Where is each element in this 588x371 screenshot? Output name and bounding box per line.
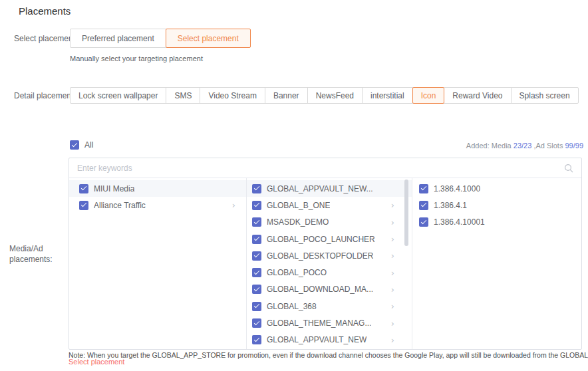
media-cascader-panel: MIUI MediaAlliance Traffic› GLOBAL_APPVA…: [69, 158, 582, 350]
item-checkbox[interactable]: [252, 184, 261, 193]
item-label: GLOBAL_368: [267, 302, 317, 311]
item-checkbox[interactable]: [252, 201, 261, 210]
item-checkbox[interactable]: [252, 251, 261, 261]
cascader-columns: MIUI MediaAlliance Traffic› GLOBAL_APPVA…: [69, 178, 581, 349]
list-item-global-368[interactable]: GLOBAL_368›: [247, 298, 412, 314]
media-placements-label-line1: Media/Ad: [9, 243, 63, 254]
item-label: GLOBAL_POCO: [267, 268, 327, 277]
item-label: GLOBAL_B_ONE: [267, 201, 330, 210]
item-checkbox[interactable]: [419, 217, 428, 227]
search-icon: [564, 164, 573, 173]
detail-tab-video-stream[interactable]: Video Stream: [200, 87, 265, 104]
list-item-global-download-ma[interactable]: GLOBAL_DOWNLOAD_MA...›: [247, 281, 412, 298]
item-label: GLOBAL_POCO_LAUNCHER: [267, 235, 375, 244]
item-checkbox[interactable]: [419, 201, 428, 210]
added-slots-count: 99/99: [565, 142, 583, 150]
detail-placement-label: Detail placement: [14, 91, 73, 100]
detail-tab-lock-screen-wallpaper[interactable]: Lock screen wallpaper: [70, 87, 166, 104]
chevron-right-icon: ›: [391, 336, 394, 344]
added-media-count: 23/23: [514, 142, 532, 150]
item-label: GLOBAL_APPVAULT_NEW: [267, 335, 367, 344]
chevron-right-icon: ›: [391, 269, 394, 277]
select-all-checkbox[interactable]: [70, 140, 79, 150]
chevron-right-icon: ›: [232, 201, 235, 209]
chevron-right-icon: ›: [391, 235, 394, 243]
chevron-right-icon: ›: [391, 319, 394, 328]
cascader-column-apps: GLOBAL_APPVAULT_NEW...GLOBAL_B_ONE›MSASD…: [247, 178, 412, 349]
list-item-alliance-traffic[interactable]: Alliance Traffic›: [69, 197, 246, 213]
item-checkbox[interactable]: [252, 318, 261, 328]
item-label: MSASDK_DEMO: [267, 217, 329, 227]
item-label: GLOBAL_DOWNLOAD_MA...: [267, 285, 373, 294]
list-item-1-386-4-1000[interactable]: 1.386.4.1000: [412, 180, 581, 197]
select-placement-label: Select placement: [14, 34, 75, 43]
list-item-global-b-one[interactable]: GLOBAL_B_ONE›: [247, 197, 412, 213]
placement-helper-text: Manually select your targeting placement: [70, 55, 203, 62]
added-middle: ,Ad Slots: [531, 142, 565, 150]
item-checkbox[interactable]: [419, 184, 428, 193]
item-label: 1.386.4.1000: [434, 184, 480, 193]
list-item-global-appvault-new[interactable]: GLOBAL_APPVAULT_NEW...: [247, 180, 412, 197]
list-item-msasdk-demo[interactable]: MSASDK_DEMO›: [247, 214, 412, 231]
list-item-global-poco[interactable]: GLOBAL_POCO›: [247, 264, 412, 281]
page-title: Placements: [19, 5, 71, 17]
detail-placement-tabs: Lock screen wallpaperSMSVideo StreamBann…: [70, 87, 579, 104]
item-label: 1.386.4.10001: [434, 217, 485, 227]
media-placements-label-line2: placements:: [9, 254, 63, 265]
select-all-row[interactable]: All: [70, 140, 93, 150]
item-checkbox[interactable]: [252, 235, 261, 244]
mode-button-preferred-placement[interactable]: Preferred placement: [70, 29, 166, 48]
placement-mode-group: Preferred placementSelect placement: [70, 29, 251, 48]
detail-tab-interstitial[interactable]: interstitial: [362, 87, 413, 104]
media-placements-label: Media/Ad placements:: [9, 243, 63, 265]
search-input[interactable]: [77, 164, 564, 173]
detail-tab-sms[interactable]: SMS: [166, 87, 200, 104]
search-bar: [69, 158, 581, 178]
item-label: GLOBAL_APPVAULT_NEW...: [267, 184, 373, 193]
chevron-right-icon: ›: [391, 251, 394, 260]
item-checkbox[interactable]: [252, 285, 261, 294]
item-checkbox[interactable]: [252, 302, 261, 311]
detail-tab-reward-video[interactable]: Reward Video: [444, 87, 511, 104]
item-checkbox[interactable]: [252, 217, 261, 227]
item-checkbox[interactable]: [79, 201, 88, 210]
cascader-column-versions: 1.386.4.10001.386.4.11.386.4.10001: [412, 178, 581, 349]
detail-tab-icon[interactable]: Icon: [412, 87, 445, 104]
list-item-miui-media[interactable]: MIUI Media: [69, 180, 246, 197]
mode-button-select-placement[interactable]: Select placement: [166, 29, 251, 48]
list-item-global-theme-manag[interactable]: GLOBAL_THEME_MANAG...›: [247, 314, 412, 331]
detail-tab-newsfeed[interactable]: NewsFeed: [307, 87, 363, 104]
item-label: Alliance Traffic: [94, 201, 146, 210]
item-checkbox[interactable]: [79, 184, 88, 193]
chevron-right-icon: ›: [391, 218, 394, 227]
detail-tab-splash-screen[interactable]: Splash screen: [511, 87, 579, 104]
list-item-global-desktopfolder[interactable]: GLOBAL_DESKTOPFOLDER›: [247, 247, 412, 264]
added-summary: Added: Media 23/23 ,Ad Slots 99/99: [466, 142, 583, 150]
item-checkbox[interactable]: [252, 268, 261, 277]
list-item-1-386-4-10001[interactable]: 1.386.4.10001: [412, 214, 581, 231]
cascader-column-media: MIUI MediaAlliance Traffic›: [69, 178, 247, 349]
list-item-global-appvault-new[interactable]: GLOBAL_APPVAULT_NEW›: [247, 332, 412, 348]
placements-page: Placements Select placement Preferred pl…: [0, 0, 588, 371]
list-item-global-poco-launcher[interactable]: GLOBAL_POCO_LAUNCHER›: [247, 231, 412, 247]
list-item-1-386-4-1[interactable]: 1.386.4.1: [412, 197, 581, 213]
scrollbar-thumb[interactable]: [404, 180, 408, 246]
validation-error: Select placement: [69, 358, 124, 366]
item-label: 1.386.4.1: [434, 201, 467, 210]
detail-tab-banner[interactable]: Banner: [265, 87, 308, 104]
item-label: GLOBAL_THEME_MANAG...: [267, 318, 371, 328]
added-prefix: Added: Media: [466, 142, 514, 150]
chevron-right-icon: ›: [391, 285, 394, 294]
item-label: GLOBAL_DESKTOPFOLDER: [267, 251, 374, 261]
select-all-label: All: [84, 140, 93, 150]
item-checkbox[interactable]: [252, 335, 261, 344]
app-store-note: Note: When you target the GLOBAL_APP_STO…: [69, 351, 547, 359]
chevron-right-icon: ›: [391, 302, 394, 310]
item-label: MIUI Media: [94, 184, 134, 193]
chevron-right-icon: ›: [391, 201, 394, 209]
